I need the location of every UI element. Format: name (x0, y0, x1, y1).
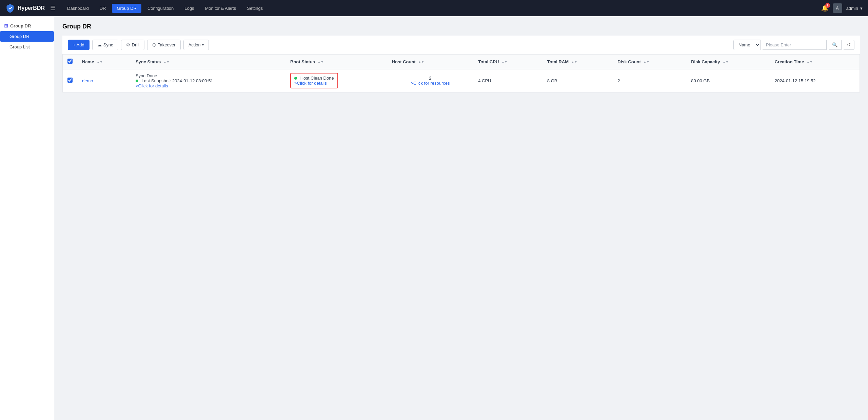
sort-creation-icon: ▲▼ (807, 60, 813, 64)
boot-status-highlighted: Host Clean Done >Click for details (290, 73, 338, 88)
row-checkbox[interactable] (67, 78, 73, 83)
sync-label: Sync (103, 42, 113, 47)
boot-status-dot-icon (294, 77, 297, 80)
nav-monitor-alerts[interactable]: Monitor & Alerts (200, 4, 241, 13)
table-row: demo Sync Done Last Snapshot: 2024-01-12… (63, 69, 860, 92)
cell-total-ram: 8 GB (542, 69, 613, 92)
sync-done-text: Sync Done (136, 73, 281, 78)
sort-ram-icon: ▲▼ (571, 60, 577, 64)
header-checkbox-cell (63, 55, 77, 69)
sort-boot-icon: ▲▼ (318, 60, 324, 64)
sync-button[interactable]: ☁ Sync (92, 40, 118, 50)
cell-disk-count: 2 (613, 69, 686, 92)
add-button[interactable]: + Add (68, 40, 90, 50)
sidebar-item-group-dr[interactable]: Group DR (0, 31, 54, 42)
sort-cpu-icon: ▲▼ (501, 60, 508, 64)
bell-icon[interactable]: 🔔 1 (821, 4, 829, 12)
sort-name-icon: ▲▼ (97, 60, 103, 64)
drill-button[interactable]: ⚙ Drill (121, 40, 144, 50)
avatar: A (833, 3, 842, 13)
sort-sync-icon: ▲▼ (163, 60, 170, 64)
search-input[interactable] (763, 40, 827, 50)
user-menu[interactable]: admin ▾ (846, 6, 863, 11)
action-chevron-icon: ▾ (202, 43, 204, 47)
nav-group-dr[interactable]: Group DR (112, 4, 141, 13)
search-icon: 🔍 (832, 42, 838, 47)
chevron-down-icon: ▾ (860, 6, 863, 11)
sidebar-group-label: Group DR (10, 23, 31, 28)
select-all-checkbox[interactable] (67, 59, 73, 64)
nav-configuration[interactable]: Configuration (143, 4, 178, 13)
topnav-right: 🔔 1 A admin ▾ (821, 3, 863, 13)
takeover-button[interactable]: ⬡ Takeover (147, 40, 181, 50)
status-dot-icon (136, 80, 138, 82)
refresh-button[interactable]: ↺ (844, 40, 854, 50)
sort-disk-cap-icon: ▲▼ (723, 60, 729, 64)
drill-label: Drill (132, 42, 139, 47)
resources-link[interactable]: >Click for resources (392, 81, 469, 86)
col-header-disk-capacity[interactable]: Disk Capacity ▲▼ (686, 55, 770, 69)
nav-logs[interactable]: Logs (180, 4, 199, 13)
bell-badge: 1 (825, 3, 830, 8)
action-button[interactable]: Action ▾ (183, 40, 209, 50)
toolbar-search: Name 🔍 ↺ (733, 40, 854, 50)
main-content: Group DR + Add ☁ Sync ⚙ Drill ⬡ Takeover… (54, 16, 868, 420)
cell-boot-status: Host Clean Done >Click for details (285, 69, 387, 92)
col-header-total-ram[interactable]: Total RAM ▲▼ (542, 55, 613, 69)
sort-host-icon: ▲▼ (418, 60, 424, 64)
col-header-creation-time[interactable]: Creation Time ▲▼ (770, 55, 860, 69)
cell-name: demo (77, 69, 131, 92)
grid-icon: ⊞ (4, 23, 8, 28)
nav-dr[interactable]: DR (95, 4, 111, 13)
table-header-row: Name ▲▼ Sync Status ▲▼ Boot Status ▲▼ (63, 55, 860, 69)
col-header-name[interactable]: Name ▲▼ (77, 55, 131, 69)
cell-total-cpu: 4 CPU (473, 69, 542, 92)
top-navigation: HyperBDR ☰ Dashboard DR Group DR Configu… (0, 0, 868, 16)
app-logo[interactable]: HyperBDR (5, 3, 45, 13)
col-header-total-cpu[interactable]: Total CPU ▲▼ (473, 55, 542, 69)
nav-settings[interactable]: Settings (242, 4, 268, 13)
main-layout: ⊞ Group DR Group DR Group List Group DR … (0, 16, 868, 420)
sync-icon: ☁ (97, 42, 102, 47)
cell-host-count: 2 >Click for resources (387, 69, 474, 92)
data-table-container: Name ▲▼ Sync Status ▲▼ Boot Status ▲▼ (62, 55, 860, 92)
page-title: Group DR (62, 23, 860, 30)
drill-icon: ⚙ (126, 42, 130, 47)
data-table: Name ▲▼ Sync Status ▲▼ Boot Status ▲▼ (63, 55, 860, 92)
search-select[interactable]: Name (733, 40, 761, 50)
sidebar: ⊞ Group DR Group DR Group List (0, 16, 54, 420)
takeover-icon: ⬡ (152, 42, 156, 47)
takeover-label: Takeover (158, 42, 176, 47)
toolbar: + Add ☁ Sync ⚙ Drill ⬡ Takeover Action ▾… (62, 36, 860, 55)
cell-disk-capacity: 80.00 GB (686, 69, 770, 92)
col-header-host-count[interactable]: Host Count ▲▼ (387, 55, 474, 69)
sidebar-group-header[interactable]: ⊞ Group DR (0, 20, 54, 31)
search-button[interactable]: 🔍 (829, 40, 842, 50)
nav-dashboard[interactable]: Dashboard (62, 4, 94, 13)
row-name-link[interactable]: demo (82, 78, 93, 83)
sync-click-details-link[interactable]: >Click for details (136, 83, 281, 88)
row-checkbox-cell (63, 69, 77, 92)
action-label: Action (189, 42, 201, 47)
nav-links: Dashboard DR Group DR Configuration Logs… (62, 4, 821, 13)
boot-click-details-link[interactable]: >Click for details (294, 81, 334, 86)
cell-sync-status: Sync Done Last Snapshot: 2024-01-12 08:0… (131, 69, 285, 92)
col-header-sync-status[interactable]: Sync Status ▲▼ (131, 55, 285, 69)
admin-label: admin (846, 6, 858, 11)
sidebar-item-group-list[interactable]: Group List (0, 42, 54, 52)
col-header-disk-count[interactable]: Disk Count ▲▼ (613, 55, 686, 69)
boot-status-row: Host Clean Done (294, 76, 334, 81)
sort-disk-count-icon: ▲▼ (644, 60, 650, 64)
refresh-icon: ↺ (847, 42, 851, 47)
cell-creation-time: 2024-01-12 15:19:52 (770, 69, 860, 92)
hamburger-icon[interactable]: ☰ (50, 4, 56, 12)
last-snapshot-text: Last Snapshot: 2024-01-12 08:00:51 (136, 78, 281, 83)
col-header-boot-status[interactable]: Boot Status ▲▼ (285, 55, 387, 69)
app-name: HyperBDR (18, 5, 45, 11)
boot-status-text: Host Clean Done (300, 76, 334, 81)
